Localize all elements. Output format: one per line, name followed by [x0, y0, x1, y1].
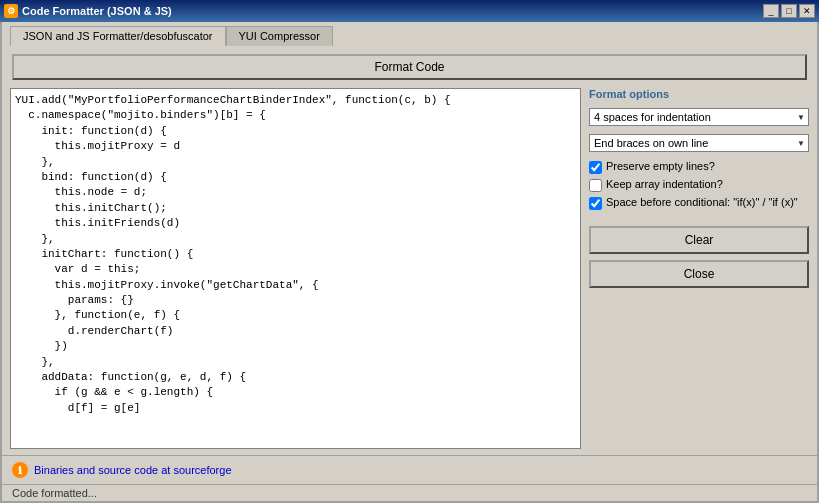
app-icon: ⚙: [4, 4, 18, 18]
space-before-conditional-checkbox[interactable]: [589, 197, 602, 210]
panels: Format options 4 spaces for indentation …: [10, 88, 809, 449]
action-buttons: Clear Close: [589, 226, 809, 288]
clear-button[interactable]: Clear: [589, 226, 809, 254]
preserve-empty-lines-row[interactable]: Preserve empty lines?: [589, 160, 809, 174]
braces-dropdown-wrapper: End braces on own line End braces on sam…: [589, 134, 809, 152]
main-window: JSON and JS Formatter/desobfuscator YUI …: [0, 22, 819, 503]
status-text: Code formatted...: [12, 487, 97, 499]
title-bar-left: ⚙ Code Formatter (JSON & JS): [4, 4, 172, 18]
braces-dropdown-container: End braces on own line End braces on sam…: [589, 134, 809, 152]
options-title: Format options: [589, 88, 809, 100]
bottom-bar: ℹ Binaries and source code at sourceforg…: [2, 455, 817, 484]
preserve-empty-lines-label: Preserve empty lines?: [606, 160, 715, 172]
keep-array-indentation-checkbox[interactable]: [589, 179, 602, 192]
tab-yui[interactable]: YUI Compressor: [226, 26, 333, 46]
close-button[interactable]: ✕: [799, 4, 815, 18]
tab-bar: JSON and JS Formatter/desobfuscator YUI …: [2, 22, 817, 46]
info-icon: ℹ: [12, 462, 28, 478]
format-code-button[interactable]: Format Code: [12, 54, 807, 80]
minimize-button[interactable]: _: [763, 4, 779, 18]
indentation-dropdown-wrapper: 4 spaces for indentation 2 spaces for in…: [589, 108, 809, 126]
indentation-dropdown[interactable]: 4 spaces for indentation 2 spaces for in…: [589, 108, 809, 126]
checkbox-group: Preserve empty lines? Keep array indenta…: [589, 160, 809, 210]
braces-dropdown[interactable]: End braces on own line End braces on sam…: [589, 134, 809, 152]
format-btn-container: Format Code: [10, 52, 809, 82]
sourceforge-link[interactable]: Binaries and source code at sourceforge: [34, 464, 232, 476]
preserve-empty-lines-checkbox[interactable]: [589, 161, 602, 174]
window-title: Code Formatter (JSON & JS): [22, 5, 172, 17]
indentation-dropdown-container: 4 spaces for indentation 2 spaces for in…: [589, 108, 809, 126]
code-textarea[interactable]: [11, 89, 580, 448]
status-bar: Code formatted...: [2, 484, 817, 501]
space-before-conditional-row[interactable]: Space before conditional: "if(x)" / "if …: [589, 196, 809, 210]
options-panel: Format options 4 spaces for indentation …: [589, 88, 809, 449]
close-button-main[interactable]: Close: [589, 260, 809, 288]
title-bar: ⚙ Code Formatter (JSON & JS) _ □ ✕: [0, 0, 819, 22]
tab-json-js[interactable]: JSON and JS Formatter/desobfuscator: [10, 26, 226, 46]
title-controls[interactable]: _ □ ✕: [763, 4, 815, 18]
space-before-conditional-label: Space before conditional: "if(x)" / "if …: [606, 196, 798, 208]
maximize-button[interactable]: □: [781, 4, 797, 18]
keep-array-indentation-label: Keep array indentation?: [606, 178, 723, 190]
content-area: Format Code Format options 4 spaces for …: [2, 46, 817, 455]
keep-array-indentation-row[interactable]: Keep array indentation?: [589, 178, 809, 192]
code-panel: [10, 88, 581, 449]
